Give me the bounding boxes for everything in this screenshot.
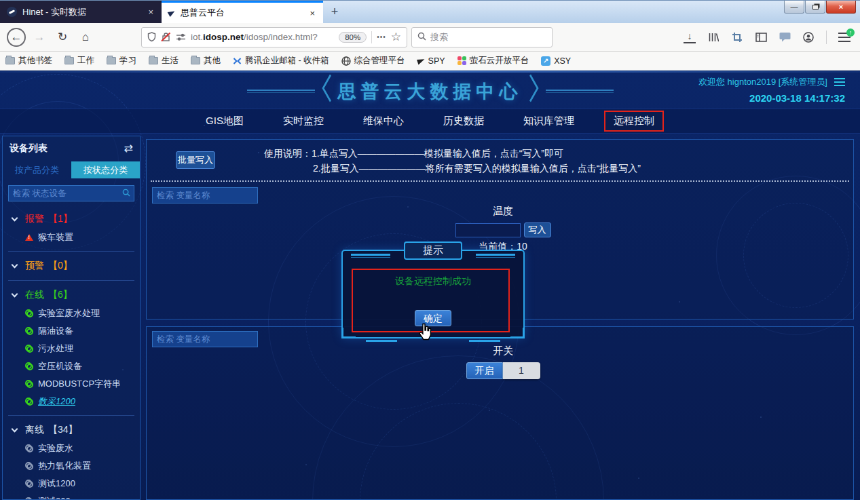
shield-icon[interactable] bbox=[147, 32, 156, 42]
swap-icon[interactable]: ⇄ bbox=[124, 142, 133, 155]
device-item[interactable]: 测试1200 bbox=[3, 475, 140, 492]
close-window-button[interactable]: × bbox=[826, 1, 856, 14]
dialog-title: 提示 bbox=[404, 241, 462, 260]
variable-search-box[interactable] bbox=[152, 331, 258, 347]
variable-search-input[interactable] bbox=[157, 334, 253, 344]
restore-button[interactable] bbox=[805, 1, 825, 14]
device-search-input[interactable] bbox=[13, 189, 122, 198]
variable-search-input[interactable] bbox=[157, 191, 253, 200]
insecure-lock-icon[interactable] bbox=[161, 32, 171, 42]
bookmark-management-platform[interactable]: 综合管理平台 bbox=[341, 55, 405, 66]
zoom-level-badge[interactable]: 80% bbox=[339, 32, 367, 43]
link-icon bbox=[25, 309, 33, 317]
link-icon bbox=[25, 327, 33, 335]
device-item[interactable]: 测试200 bbox=[3, 492, 140, 500]
divider bbox=[826, 31, 827, 44]
switch-on-button[interactable]: 开启 bbox=[466, 362, 503, 379]
sidebar-panel-icon[interactable] bbox=[755, 31, 767, 43]
group-offline[interactable]: 离线 【34】 bbox=[3, 421, 140, 440]
url-text[interactable]: iot.idosp.net/idosp/index.html? bbox=[191, 32, 334, 42]
url-prefix: iot. bbox=[191, 32, 203, 42]
bookmark-folder-life[interactable]: 生活 bbox=[149, 55, 179, 66]
page-title: 思普云大数据中心 bbox=[338, 79, 523, 104]
address-bar[interactable]: iot.idosp.net/idosp/index.html? 80% ••• … bbox=[141, 27, 407, 47]
bookmark-folder-study[interactable]: 学习 bbox=[107, 55, 136, 66]
reload-button[interactable]: ↻ bbox=[53, 28, 72, 47]
bookmark-folder-work[interactable]: 工作 bbox=[64, 55, 94, 66]
bookmark-folder-other-bookmarks[interactable]: 其他书签 bbox=[5, 55, 52, 66]
minimize-button[interactable]: — bbox=[784, 1, 804, 14]
device-item[interactable]: 实验室废水处理 bbox=[3, 305, 140, 322]
group-count: 【34】 bbox=[48, 424, 78, 436]
device-item[interactable]: 猴车装置 bbox=[3, 229, 140, 246]
divider bbox=[8, 280, 134, 281]
xsy-icon: ↗ bbox=[541, 56, 550, 66]
welcome-box: 欢迎您 hignton2019 [系统管理员] 2020-03-18 14:17… bbox=[698, 76, 845, 104]
page-actions-icon[interactable]: ••• bbox=[377, 33, 386, 41]
restore-icon bbox=[812, 5, 819, 9]
nav-tab-gis-map[interactable]: GIS地图 bbox=[196, 111, 253, 132]
device-item[interactable]: 空压机设备 bbox=[3, 357, 140, 375]
nav-tab-remote-control[interactable]: 远程控制 bbox=[604, 111, 664, 132]
home-button[interactable]: ⌂ bbox=[76, 28, 95, 47]
device-item[interactable]: 隔油设备 bbox=[3, 322, 140, 340]
browser-tab-hinet[interactable]: Hinet - 实时数据 × bbox=[0, 1, 162, 23]
user-menu-icon[interactable] bbox=[834, 78, 845, 86]
browser-tab-sipuyun[interactable]: 思普云平台 × bbox=[162, 1, 323, 23]
hamburger-bars: ↑ bbox=[838, 33, 850, 42]
device-item[interactable]: 热力氧化装置 bbox=[3, 457, 140, 475]
new-tab-button[interactable]: + bbox=[323, 1, 346, 23]
decor-line bbox=[546, 90, 614, 93]
write-button[interactable]: 写入 bbox=[524, 222, 551, 237]
group-alarm[interactable]: 报警 【1】 bbox=[3, 210, 140, 229]
tab-by-status[interactable]: 按状态分类 bbox=[71, 161, 140, 178]
bookmark-spy[interactable]: SPY bbox=[417, 56, 445, 66]
device-item[interactable]: 实验废水 bbox=[3, 440, 140, 457]
chat-bubble-icon[interactable] bbox=[779, 31, 791, 43]
bookmark-label: 学习 bbox=[119, 55, 136, 66]
downloads-icon[interactable]: ↓ bbox=[684, 31, 696, 43]
folder-icon bbox=[149, 57, 158, 64]
device-item[interactable]: MODBUSTCP字符串 bbox=[3, 375, 140, 393]
group-warning[interactable]: 预警 【0】 bbox=[3, 256, 140, 275]
folder-icon bbox=[64, 57, 74, 64]
colored-dots-icon bbox=[457, 56, 466, 65]
nav-tab-realtime-monitor[interactable]: 实时监控 bbox=[274, 111, 333, 132]
device-item-selected[interactable]: 数采1200 bbox=[3, 393, 140, 410]
nav-tab-history-data[interactable]: 历史数据 bbox=[434, 111, 493, 132]
tab-title: 思普云平台 bbox=[181, 7, 303, 19]
close-tab-icon[interactable]: × bbox=[147, 7, 155, 17]
forward-button[interactable]: → bbox=[30, 28, 49, 47]
account-icon[interactable] bbox=[802, 31, 815, 43]
permissions-icon[interactable] bbox=[176, 33, 186, 41]
library-icon[interactable] bbox=[707, 31, 719, 43]
tab-by-product[interactable]: 按产品分类 bbox=[3, 161, 71, 178]
nav-tab-knowledge-base[interactable]: 知识库管理 bbox=[514, 111, 584, 132]
device-item[interactable]: 污水处理 bbox=[3, 340, 140, 357]
bookmark-star-icon[interactable]: ☆ bbox=[391, 30, 401, 44]
screenshot-crop-icon[interactable] bbox=[731, 31, 743, 43]
device-name: 隔油设备 bbox=[38, 325, 73, 337]
device-search-box[interactable] bbox=[8, 185, 134, 201]
update-badge: ↑ bbox=[846, 28, 855, 37]
bookmark-folder-misc[interactable]: 其他 bbox=[191, 55, 221, 66]
divider bbox=[8, 415, 134, 416]
close-tab-icon[interactable]: × bbox=[308, 8, 316, 18]
divider bbox=[8, 251, 134, 252]
group-online[interactable]: 在线 【6】 bbox=[3, 286, 140, 305]
back-button[interactable]: ← bbox=[7, 28, 26, 47]
url-domain: idosp.net bbox=[203, 32, 244, 42]
bookmark-xsy[interactable]: ↗XSY bbox=[541, 56, 571, 66]
search-input[interactable] bbox=[430, 32, 519, 42]
batch-write-button[interactable]: 批量写入 bbox=[176, 151, 215, 169]
nav-tab-maintenance-center[interactable]: 维保中心 bbox=[354, 111, 413, 132]
bookmark-tencent-mail[interactable]: 腾讯企业邮箱 - 收件箱 bbox=[233, 55, 329, 66]
divider bbox=[371, 31, 372, 43]
browser-search-bar[interactable] bbox=[411, 27, 553, 47]
menu-hamburger-icon[interactable]: ↑ bbox=[838, 31, 850, 43]
variable-search-box[interactable] bbox=[152, 187, 258, 203]
temperature-value-input[interactable] bbox=[455, 223, 521, 237]
chevron-down-icon bbox=[12, 291, 18, 298]
mail-icon bbox=[233, 57, 242, 65]
bookmark-yingshiyun[interactable]: 萤石云开放平台 bbox=[457, 55, 529, 66]
